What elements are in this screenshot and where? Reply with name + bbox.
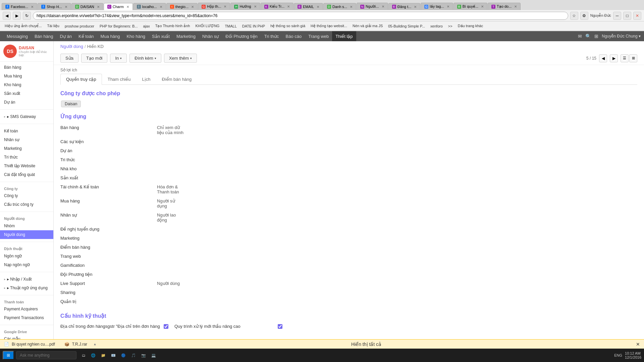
- messages-icon[interactable]: ✉: [578, 34, 582, 39]
- browser-tab-huong[interactable]: HHướng✕: [230, 3, 260, 10]
- prev-page-button[interactable]: ◀: [599, 54, 607, 62]
- minimize-button[interactable]: ─: [613, 12, 621, 20]
- user-menu[interactable]: Nguyễn Đức Chung ▾: [602, 34, 641, 39]
- bookmark-item[interactable]: Hiệu ứng ảnh chuyể...: [3, 23, 44, 29]
- bookmark-item[interactable]: Dấu trang khác: [456, 23, 485, 29]
- taskbar-app-7[interactable]: 📷: [139, 353, 148, 358]
- top-nav-item-mua-hàng[interactable]: Mua hàng: [97, 31, 123, 41]
- reload-button[interactable]: ↻: [23, 12, 31, 20]
- bookmark-item[interactable]: xenforo: [428, 23, 445, 29]
- browser-tab-dang[interactable]: ĐĐăng t...✕: [388, 3, 421, 10]
- edit-button[interactable]: Sửa: [60, 54, 78, 63]
- top-nav-item-nhân-sự[interactable]: Nhân sự: [199, 31, 222, 41]
- attach-button[interactable]: Đính kèm ▾: [129, 54, 161, 63]
- top-nav-item-thiết-lập[interactable]: Thiết lập: [332, 31, 356, 41]
- browser-tab-local[interactable]: llocalho...✕: [133, 3, 166, 10]
- url-input[interactable]: [33, 12, 568, 20]
- print-button[interactable]: In ▾: [110, 54, 127, 63]
- bookmark-item[interactable]: Tài liệu: [45, 23, 61, 29]
- top-nav-item-báo-cáo[interactable]: Báo cáo: [282, 31, 305, 41]
- start-button[interactable]: ⊞: [3, 351, 14, 360]
- bookmark-item[interactable]: TMALL: [223, 23, 238, 29]
- search-icon[interactable]: 🔍: [585, 34, 591, 39]
- breadcrumb-parent[interactable]: Người dùng: [60, 44, 83, 49]
- top-nav-item-trang-web[interactable]: Trang web: [305, 31, 332, 41]
- company-tag-daisan[interactable]: Daisan: [61, 101, 81, 107]
- top-nav-item-kho-hàng[interactable]: Kho hàng: [123, 31, 149, 41]
- taskbar-app-6[interactable]: 🎵: [129, 353, 138, 358]
- sidebar-item-ban-hang[interactable]: Bán hàng: [0, 63, 53, 72]
- grid-view-button[interactable]: ⊞: [629, 54, 637, 62]
- taskbar-app-3[interactable]: 📁: [99, 353, 108, 358]
- forward-button[interactable]: ▶: [13, 12, 21, 20]
- bookmark-item[interactable]: Nén và giải ma JS: [351, 23, 385, 29]
- apps-icon[interactable]: ⊞: [594, 34, 598, 39]
- taskbar-app-5[interactable]: 🔵: [119, 353, 128, 358]
- next-page-button[interactable]: ▶: [610, 54, 618, 62]
- sidebar-item-nguoi-dung[interactable]: Người dùng: [0, 230, 53, 239]
- taskbar-search[interactable]: [16, 351, 76, 359]
- sidebar-item-sms-gateway[interactable]: ▸ SMS Gateway: [0, 112, 53, 121]
- extensions-button[interactable]: ⚙: [580, 12, 588, 20]
- sidebar-item-ngon-ngu[interactable]: Ngôn ngữ: [0, 252, 53, 260]
- bookmark-item[interactable]: >>: [446, 23, 454, 29]
- top-nav-item-dự-án[interactable]: Dự án: [57, 31, 75, 41]
- bookmark-item[interactable]: proshow producer: [63, 23, 96, 29]
- browser-tab-thegio[interactable]: tthegio...✕: [166, 3, 198, 10]
- browser-tab-biquet[interactable]: BBí quyế...✕: [453, 3, 487, 10]
- sidebar-item-nhom[interactable]: Nhóm: [0, 222, 53, 230]
- taskbar-app-8[interactable]: 💻: [149, 353, 158, 358]
- bookmark-item[interactable]: Hệ thống tạo websit...: [309, 23, 349, 29]
- tab-tham-chieu[interactable]: Tham chiếu: [102, 74, 137, 85]
- sidebar-item-mua-hang[interactable]: Mua hàng: [0, 72, 53, 80]
- top-nav-item-tri-thức[interactable]: Tri thức: [261, 31, 282, 41]
- taskbar-app-1[interactable]: 🗂: [80, 353, 88, 358]
- tab-lich[interactable]: Lịch: [136, 74, 156, 85]
- bookmark-item[interactable]: Tạo Thumb hình ảnh: [153, 23, 192, 29]
- browser-tab-taodo[interactable]: TTạo do...✕: [488, 3, 521, 10]
- tab-quyen-truy-cap[interactable]: Quyền truy cập: [60, 74, 102, 85]
- sidebar-item-ke-toan[interactable]: Kế toán: [0, 127, 53, 135]
- top-nav-item-bán-hàng[interactable]: Bán hàng: [31, 31, 57, 41]
- browser-tab-daisan[interactable]: DDAISAN✕: [71, 3, 103, 10]
- bookmark-item[interactable]: 05-Building Simple P...: [386, 23, 427, 29]
- sidebar-item-thuat-ngu[interactable]: ▸ Thuật ngữ ứng dụng: [0, 284, 53, 292]
- more-button[interactable]: Xem thêm ▾: [164, 54, 197, 63]
- sidebar-item-tri-thuc[interactable]: Tri thức: [0, 153, 53, 162]
- taskbar-app-4[interactable]: 📧: [109, 353, 118, 358]
- sidebar-item-nap-ngon-ngu[interactable]: Nạp ngôn ngữ: [0, 260, 53, 269]
- browser-tab-charm[interactable]: CCharm✕: [104, 3, 133, 10]
- list-view-button[interactable]: ☰: [621, 54, 629, 62]
- sidebar-item-cau-truc-cong-ty[interactable]: Cấu trúc công ty: [0, 200, 53, 209]
- new-button[interactable]: Tạo mới: [81, 54, 108, 63]
- top-nav-item-đối-phương-tiện[interactable]: Đối Phương tiện: [222, 31, 261, 41]
- sidebar-item-cai-dat-tong-quat[interactable]: Cài đặt tổng quát: [0, 170, 53, 179]
- notification-all-link[interactable]: Hiển thị tất cả: [351, 342, 381, 347]
- taskbar-app-2[interactable]: 🌐: [89, 353, 98, 358]
- top-nav-item-marketing[interactable]: Marketing: [173, 31, 199, 41]
- bookmark-item[interactable]: KHỐI LƯỢNG: [193, 23, 221, 29]
- user-account[interactable]: Nguyễn Đức: [590, 13, 611, 18]
- notification-close[interactable]: ✕: [636, 342, 640, 347]
- bookmark-item[interactable]: PHP for Beginners: B...: [98, 23, 140, 29]
- back-button[interactable]: ◀: [3, 12, 11, 20]
- sidebar-item-cong-ty[interactable]: Công ty: [0, 191, 53, 200]
- top-nav-item-messaging[interactable]: Messaging: [3, 31, 31, 41]
- close-button[interactable]: ✕: [633, 12, 641, 20]
- sidebar-item-nhan-su[interactable]: Nhân sự: [0, 135, 53, 144]
- star-button[interactable]: ☆: [570, 12, 578, 20]
- sidebar-item-san-xuat[interactable]: Sản xuất: [0, 89, 53, 98]
- browser-tab-laytag[interactable]: Glấy tag...✕: [421, 3, 453, 10]
- browser-tab-nguoi[interactable]: NNgười...✕: [357, 3, 388, 10]
- browser-tab-hopth[interactable]: GHộp th...✕: [198, 3, 230, 10]
- config-check-1[interactable]: [164, 324, 168, 329]
- sidebar-item-payment-transactions[interactable]: Payment Transactions: [0, 313, 53, 322]
- sidebar-item-nhap-xuat[interactable]: ▸ Nhập / Xuất: [0, 275, 53, 284]
- config-check-2[interactable]: [278, 324, 282, 329]
- maximize-button[interactable]: □: [623, 12, 631, 20]
- sidebar-item-marketing[interactable]: Marketing: [0, 144, 53, 153]
- browser-tab-shop[interactable]: fShop H...✕: [38, 3, 71, 10]
- sidebar-item-thiet-lap-website[interactable]: Thiết lập Website: [0, 162, 53, 170]
- sidebar-item-du-an[interactable]: Dự án: [0, 98, 53, 107]
- browser-tab-email[interactable]: EEMAIL✕: [294, 3, 323, 10]
